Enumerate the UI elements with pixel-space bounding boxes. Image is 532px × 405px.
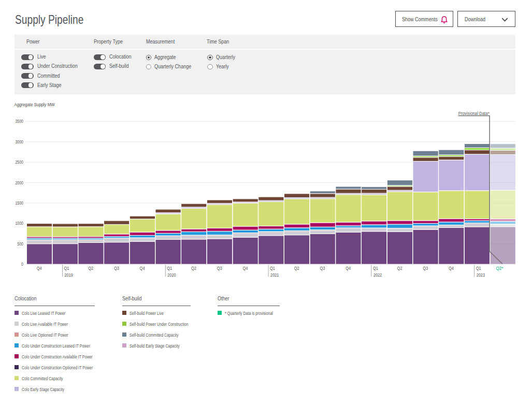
svg-text:Q4: Q4 bbox=[140, 266, 145, 271]
svg-text:3500: 3500 bbox=[16, 119, 24, 124]
svg-text:500: 500 bbox=[17, 241, 23, 247]
svg-text:Q1: Q1 bbox=[373, 266, 378, 271]
svg-text:1500: 1500 bbox=[16, 200, 24, 206]
svg-text:Q3: Q3 bbox=[423, 266, 428, 271]
svg-text:Q1: Q1 bbox=[476, 266, 481, 271]
svg-text:Q4: Q4 bbox=[37, 266, 42, 271]
svg-text:Q4: Q4 bbox=[346, 266, 351, 271]
svg-text:Q4: Q4 bbox=[449, 266, 454, 271]
svg-text:Provisional Data*: Provisional Data* bbox=[458, 111, 490, 116]
svg-text:2022: 2022 bbox=[373, 272, 382, 278]
svg-text:1000: 1000 bbox=[16, 221, 24, 226]
svg-text:Q3: Q3 bbox=[320, 266, 325, 271]
svg-text:Q1: Q1 bbox=[167, 266, 172, 271]
svg-text:Aggregate Supply MW: Aggregate Supply MW bbox=[15, 102, 55, 107]
svg-text:2023: 2023 bbox=[477, 272, 485, 278]
svg-text:2021: 2021 bbox=[270, 272, 279, 278]
svg-text:2020: 2020 bbox=[167, 272, 176, 278]
svg-text:3000: 3000 bbox=[16, 139, 24, 144]
svg-text:Q3: Q3 bbox=[217, 266, 222, 271]
svg-text:Q2: Q2 bbox=[191, 266, 196, 271]
svg-text:Q2: Q2 bbox=[397, 266, 402, 271]
svg-text:Q2*: Q2* bbox=[496, 266, 504, 271]
svg-text:2019: 2019 bbox=[65, 272, 73, 278]
svg-text:Q2: Q2 bbox=[88, 266, 93, 271]
svg-text:Q2: Q2 bbox=[294, 266, 299, 271]
svg-text:Q1: Q1 bbox=[270, 266, 275, 271]
svg-text:Q4: Q4 bbox=[242, 266, 248, 271]
svg-text:0: 0 bbox=[21, 262, 23, 267]
svg-text:2000: 2000 bbox=[16, 180, 24, 185]
svg-text:Q1: Q1 bbox=[64, 266, 69, 271]
svg-text:2500: 2500 bbox=[16, 160, 24, 165]
svg-text:Q3: Q3 bbox=[114, 266, 119, 271]
